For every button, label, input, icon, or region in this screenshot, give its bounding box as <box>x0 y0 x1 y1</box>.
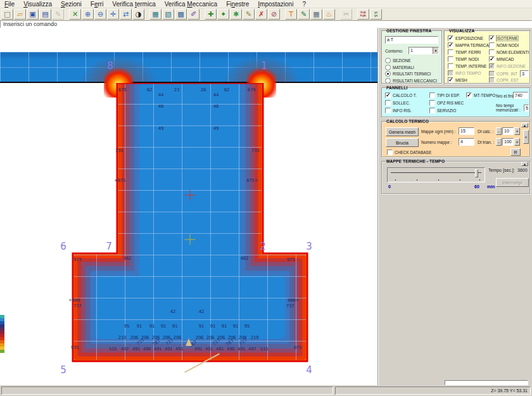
collapse-mappe-button[interactable]: ▲ <box>521 162 528 166</box>
copr-int-value[interactable]: 3 <box>520 70 529 77</box>
materiali-radio[interactable] <box>385 65 391 70</box>
section-elements-button[interactable]: ▧ <box>162 9 174 20</box>
tipi-di-esp-checkbox[interactable] <box>429 93 435 98</box>
info-ris-checkbox[interactable] <box>385 108 391 113</box>
dt-calc-value[interactable]: 10 <box>502 127 514 135</box>
dt-calc-plus-button[interactable]: + <box>514 127 520 135</box>
checkbox-row-nomi-elementi[interactable]: NOMI ELEMENTI <box>489 49 529 55</box>
check-database-row[interactable]: CHECK DATABASE <box>387 150 431 155</box>
check-database-checkbox[interactable] <box>387 150 393 155</box>
delete-node-button[interactable]: ✗ <box>255 9 267 20</box>
toggle-node-button[interactable]: ⊘ <box>268 9 280 20</box>
section-name-input[interactable]: a T <box>385 36 438 44</box>
checkbox-row-mt-tempo[interactable]: MT-TEMPO <box>466 93 495 98</box>
dt-calc-minus-button[interactable]: - <box>496 127 502 135</box>
temp-ferri-checkbox[interactable] <box>448 49 453 55</box>
nomi-elementi-checkbox[interactable] <box>489 49 495 55</box>
checkbox-row-temp-ferri[interactable]: TEMP. FERRI <box>448 49 481 55</box>
slider-thumb[interactable] <box>475 169 478 177</box>
flame-button[interactable]: ♨ <box>323 9 335 20</box>
collapse-calcolo-button[interactable]: ▲ <box>521 123 528 127</box>
mesh-checkbox[interactable] <box>448 77 453 83</box>
radio-row-risultati-termici[interactable]: RISULTATI TERMICI <box>385 71 431 77</box>
checkbox-row-minicad[interactable]: MINICAD <box>489 56 514 62</box>
section-draw-button[interactable]: ✐ <box>187 9 200 20</box>
contorno-select[interactable]: 1 ▼ <box>408 47 439 54</box>
risultati-meccanici-radio[interactable] <box>385 78 391 84</box>
checkbox-row-mesh[interactable]: MESH <box>448 77 467 83</box>
menu-sezioni[interactable]: Sezioni <box>56 0 86 8</box>
risultati-termici-radio[interactable] <box>385 71 391 77</box>
fck-fyk-materials-button[interactable]: Fck Fyk <box>357 9 369 20</box>
dt-trian-plus-button[interactable]: + <box>514 138 520 146</box>
gamma-coefficients-button[interactable]: γc γs <box>370 9 382 20</box>
shade-render-button[interactable]: ◑ <box>132 9 144 20</box>
checkbox-row-calcolo-t[interactable]: CALCOLO T. <box>385 93 417 98</box>
menu-impostazioni[interactable]: Impostazioni <box>253 0 298 8</box>
checkbox-row-nomi-nodi[interactable]: NOMI NODI <box>489 42 519 48</box>
dt-trian-minus-button[interactable]: - <box>496 138 502 146</box>
panel-bottom-field[interactable] <box>445 380 528 385</box>
add-element-button[interactable]: ✦ <box>217 9 229 20</box>
edit-mesh-button[interactable]: ✱ <box>230 9 242 20</box>
dt-trian-value[interactable]: 100 <box>502 138 514 146</box>
checkbox-row-sollec[interactable]: SOLLEC. <box>385 100 410 106</box>
menu-visualizza[interactable]: Visualizza <box>19 0 56 8</box>
numero-mappe-input[interactable]: 4 <box>459 138 474 146</box>
mt-tempo-checkbox[interactable] <box>466 93 472 98</box>
command-input[interactable]: Inserisci un comando <box>0 20 532 28</box>
checkbox-row-tipi-di-esp[interactable]: TIPI DI ESP. <box>429 93 460 98</box>
checkbox-row-mappa-termica[interactable]: MAPPA TERMICA <box>448 42 489 48</box>
menu-file[interactable]: File <box>0 0 19 8</box>
save-button[interactable]: ▣ <box>27 9 39 20</box>
section-nodes-button[interactable]: ▦ <box>149 9 162 20</box>
mappa-termica-checkbox[interactable] <box>448 42 453 48</box>
menu-ferri[interactable]: Ferri <box>86 0 108 8</box>
checkbox-row-isoterme[interactable]: ISOTERME <box>489 35 518 41</box>
section-mesh-button[interactable]: ▩ <box>175 9 187 20</box>
new-document-button[interactable]: □ <box>1 9 13 20</box>
r-button[interactable]: R <box>510 148 521 156</box>
chevron-down-icon[interactable]: ▼ <box>433 48 438 54</box>
opz-ris-mec-checkbox[interactable] <box>429 100 435 106</box>
servizio-checkbox[interactable] <box>429 108 435 113</box>
refresh-view-button[interactable]: ⇄ <box>120 9 132 20</box>
menu-verifica-termica[interactable]: Verifica termica <box>108 0 160 8</box>
temp-nodi-checkbox[interactable] <box>448 56 453 62</box>
sezione-radio[interactable] <box>385 58 391 63</box>
menu-[interactable]: ? <box>298 0 310 8</box>
checkbox-row-info-ris[interactable]: INFO RIS. <box>385 108 412 113</box>
sollec-checkbox[interactable] <box>385 100 391 106</box>
radio-row-materiali[interactable]: MATERIALI <box>385 65 414 70</box>
calcolo-t-checkbox[interactable] <box>385 93 391 98</box>
drawing-canvas[interactable]: 81672354 6798223268267944444646494973573… <box>0 28 378 385</box>
checkbox-row-servizio[interactable]: SERVIZIO <box>429 108 456 113</box>
edit-node-button[interactable]: ✎ <box>243 9 255 20</box>
save-report-button[interactable]: ▤ <box>39 9 51 20</box>
radio-row-risultati-meccanici[interactable]: RISULTATI MECCANICI <box>385 78 437 84</box>
checkbox-row-esposizione[interactable]: ESPOSIZIONE <box>448 35 483 41</box>
brucia-button[interactable]: Brucia <box>386 138 419 147</box>
esposizione-checkbox[interactable] <box>448 35 453 41</box>
time-slider[interactable] <box>387 167 485 182</box>
result-table-button[interactable]: ▦ <box>310 9 322 20</box>
add-node-button[interactable]: ✚ <box>205 9 217 20</box>
checkbox-row-opz-ris-mec[interactable]: OPZ RIS MEC <box>429 100 464 106</box>
radio-row-sezione[interactable]: SEZIONE <box>385 58 411 63</box>
temp-interne-checkbox[interactable] <box>448 63 453 69</box>
open-folder-button[interactable]: ▱ <box>14 9 26 20</box>
nomi-nodi-checkbox[interactable] <box>489 42 495 48</box>
zoom-in-button[interactable]: ⊕ <box>82 9 94 20</box>
thermal-fire-button[interactable]: T <box>285 9 297 20</box>
report-edit-button[interactable]: ✎ <box>298 9 310 20</box>
minicad-checkbox[interactable] <box>489 56 495 62</box>
zoom-out-button[interactable]: ⊖ <box>94 9 106 20</box>
checkbox-row-temp-interne[interactable]: TEMP. INTERNE <box>448 63 486 69</box>
menu-finestre[interactable]: Finestre <box>222 0 253 8</box>
collapse-panel-left-button[interactable]: < <box>523 130 529 144</box>
menu-verifica-meccanica[interactable]: Verifica Meccanica <box>160 0 222 8</box>
checkbox-row-temp-nodi[interactable]: TEMP. NODI <box>448 56 479 62</box>
zoom-extents-button[interactable]: ✕ <box>69 9 81 20</box>
isoterme-checkbox[interactable] <box>489 35 495 41</box>
genera-mesh-button[interactable]: Genera mesh <box>386 127 419 136</box>
